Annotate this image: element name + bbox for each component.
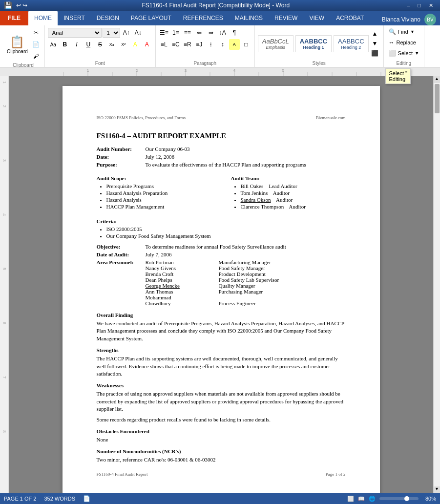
- border-button[interactable]: □: [241, 39, 251, 50]
- print-layout-button[interactable]: ⬜: [347, 496, 354, 502]
- scroll-up-button[interactable]: ▲: [434, 76, 440, 83]
- styles-scroll-down[interactable]: ▼: [370, 39, 380, 48]
- subscript-button[interactable]: X₂: [106, 39, 117, 50]
- shading-button[interactable]: A: [229, 39, 240, 50]
- user-avatar[interactable]: BV: [424, 14, 436, 25]
- overall-finding-section: Overall Finding We have conducted an aud…: [97, 312, 346, 342]
- personnel-3: Brenda Croft Product Development: [146, 271, 279, 277]
- styles-label: Styles: [313, 60, 326, 66]
- document-icon: 📄: [83, 495, 90, 502]
- svg-text:3: 3: [185, 68, 187, 73]
- status-right: ⬜ 📖 🌐 80%: [347, 496, 436, 502]
- font-grow-button[interactable]: A↑: [121, 27, 132, 38]
- styles-more[interactable]: ⬛: [370, 48, 380, 58]
- date-value: July 12, 2006: [146, 154, 346, 160]
- format-painter-button[interactable]: 🖌: [31, 51, 42, 62]
- tab-insert[interactable]: INSERT: [58, 11, 91, 25]
- area-personnel-row: Area Personnel: Rob Portman Manufacturin…: [97, 259, 346, 306]
- decrease-indent-button[interactable]: ⇐: [194, 27, 205, 38]
- ncr-heading: Number of Nonconformities (NCR's): [97, 448, 346, 454]
- clear-format-button[interactable]: Aa: [48, 39, 59, 50]
- superscript-button[interactable]: X²: [118, 39, 129, 50]
- paragraph-label: Paragraph: [193, 60, 216, 66]
- editing-label: Editing: [397, 60, 412, 66]
- bullets-button[interactable]: ☰≡: [159, 27, 169, 38]
- sort-button[interactable]: ↕A: [217, 27, 228, 38]
- tab-page-layout[interactable]: PAGE LAYOUT: [125, 11, 177, 25]
- line-spacing-button[interactable]: ↕: [217, 39, 228, 50]
- weaknesses-text1: The practice of using non approved suppl…: [97, 390, 346, 413]
- align-right-button[interactable]: ≡R: [182, 39, 193, 50]
- tab-mailings[interactable]: MAILINGS: [229, 11, 269, 25]
- tab-home[interactable]: HOME: [28, 11, 58, 25]
- font-family-select[interactable]: Arial: [48, 28, 102, 38]
- cut-button[interactable]: ✂: [31, 27, 42, 38]
- multilevel-button[interactable]: ≡≡: [182, 27, 193, 38]
- italic-button[interactable]: I: [71, 39, 82, 50]
- style-heading2[interactable]: AABBCC Heading 2: [334, 35, 368, 52]
- audit-team-list: Bill Oakes Lead Auditor Tom Jenkins Audi…: [241, 183, 346, 210]
- scope-team-section: Audit Scope: Prerequisite Programs Hazar…: [97, 170, 346, 211]
- copy-button[interactable]: 📄: [31, 39, 42, 50]
- minimize-button[interactable]: –: [404, 2, 413, 9]
- status-bar: PAGE 1 OF 2 352 WORDS 📄 ⬜ 📖 🌐 80%: [0, 493, 440, 504]
- svg-rect-0: [0, 67, 440, 76]
- paste-button[interactable]: 📋 Clipboard: [5, 34, 30, 55]
- underline-button[interactable]: U: [83, 39, 94, 50]
- personnel-4: Dean Phelps Food Safety Lab Supervisor: [146, 277, 279, 283]
- find-button[interactable]: 🔍 Find ▼: [387, 27, 417, 36]
- personnel-2: Nancy Givens Food Safety Manager: [146, 265, 279, 271]
- bold-button[interactable]: B: [60, 39, 70, 50]
- ribbon-content: 📋 Clipboard ✂ 📄 🖌 Clipboard Arial 12 A↑ …: [0, 25, 440, 67]
- file-tab[interactable]: FILE: [0, 11, 28, 25]
- page-header: ISO 22000 FSMS Policies, Procedures, and…: [97, 115, 346, 120]
- style-emphasis[interactable]: AaBbCcL Emphasis: [258, 35, 293, 52]
- objective-row: Objective: To determine readiness for an…: [97, 244, 346, 250]
- align-center-button[interactable]: ≡C: [170, 39, 181, 50]
- clipboard-group: 📋 Clipboard ✂ 📄 🖌 Clipboard: [2, 25, 45, 67]
- maximize-button[interactable]: □: [415, 2, 424, 9]
- numbering-button[interactable]: 1≡: [170, 27, 181, 38]
- quick-access[interactable]: ↩ ↪: [16, 2, 27, 9]
- font-size-select[interactable]: 12: [103, 28, 120, 38]
- find-label: Find: [398, 29, 408, 35]
- audit-number-label: Audit Number:: [97, 146, 146, 152]
- zoom-slider[interactable]: [379, 497, 419, 500]
- svg-text:5: 5: [282, 68, 285, 73]
- tab-view[interactable]: VIEW: [303, 11, 330, 25]
- ribbon-tabs: FILE HOME INSERT DESIGN PAGE LAYOUT REFE…: [0, 11, 440, 25]
- replace-button[interactable]: ↔ Replace: [387, 38, 418, 47]
- tab-design[interactable]: DESIGN: [91, 11, 125, 25]
- web-layout-button[interactable]: 🌐: [369, 496, 376, 502]
- show-marks-button[interactable]: ¶: [229, 27, 240, 38]
- document-scroll-area[interactable]: ISO 22000 FSMS Policies, Procedures, and…: [9, 76, 433, 493]
- align-left-button[interactable]: ≡L: [159, 39, 169, 50]
- document-title: FS1160-4 – AUDIT REPORT EXAMPLE: [97, 132, 346, 140]
- close-button[interactable]: ✕: [426, 2, 436, 9]
- tab-acrobat[interactable]: ACROBAT: [330, 11, 370, 25]
- scroll-down-button[interactable]: ▼: [434, 486, 440, 493]
- tab-references[interactable]: REFERENCES: [177, 11, 229, 25]
- vertical-scrollbar[interactable]: ▲ ▼: [433, 76, 440, 493]
- team-member-4: Clarence Thompson Auditor: [241, 204, 346, 210]
- styles-scroll-up[interactable]: ▲: [370, 29, 380, 39]
- style-heading1[interactable]: AABBCC Heading 1: [295, 35, 332, 52]
- font-shrink-button[interactable]: A↓: [133, 27, 144, 38]
- user-area: Bianca Viviano BV: [382, 14, 440, 25]
- increase-indent-button[interactable]: ⇒: [206, 27, 216, 38]
- team-member-1: Bill Oakes Lead Auditor: [241, 183, 346, 189]
- tab-review[interactable]: REVIEW: [269, 11, 303, 25]
- highlight-button[interactable]: A: [130, 39, 141, 50]
- audit-number-row: Audit Number: Our Company 06-03: [97, 146, 346, 152]
- strikethrough-button[interactable]: S: [95, 39, 105, 50]
- column-button[interactable]: ⫶: [206, 39, 216, 50]
- justify-button[interactable]: ≡J: [194, 39, 205, 50]
- scroll-thumb[interactable]: [435, 84, 440, 113]
- weaknesses-heading: Weaknesses: [97, 382, 346, 388]
- overall-finding-text: We have conducted an audit of Prerequisi…: [97, 320, 346, 342]
- font-color-button[interactable]: A: [142, 39, 152, 50]
- read-mode-button[interactable]: 📖: [358, 496, 365, 502]
- zoom-thumb[interactable]: [404, 496, 409, 501]
- select-button[interactable]: ⬜ Select ▼: [387, 49, 421, 58]
- purpose-label: Purpose:: [97, 162, 146, 168]
